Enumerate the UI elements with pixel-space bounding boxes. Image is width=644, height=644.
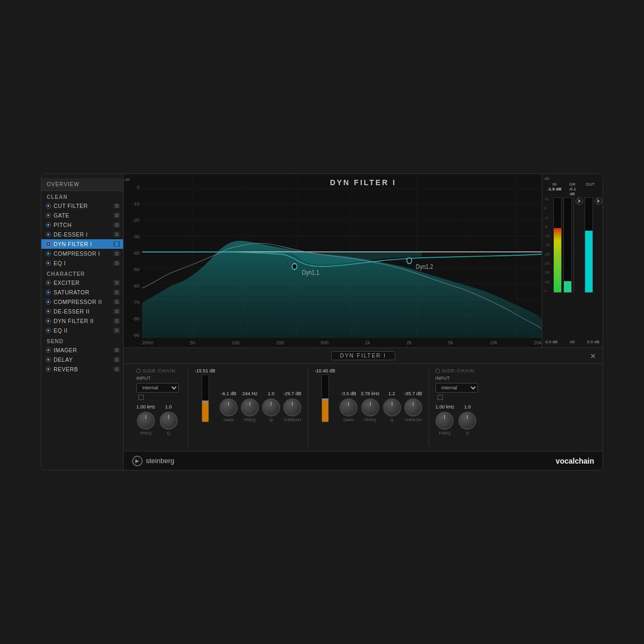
- left-q-group: 1.0 Q: [160, 404, 178, 436]
- sidebar-item-saturator[interactable]: SATURATOR S: [41, 288, 123, 297]
- dyn1-fader-handle: [202, 401, 208, 403]
- reverb-dot: [46, 367, 51, 372]
- pitch-dot: [46, 222, 51, 228]
- meter-bottom-values: 0.0 dB dB 0.0 dB: [542, 338, 603, 345]
- in-value: -1.9 dB: [543, 187, 565, 192]
- right-q-group: 1.0 Q: [458, 404, 476, 436]
- dyn2-freq-group: 3.78 kHz FREQ: [361, 391, 380, 422]
- left-sidechain-label: SIDE-CHAIN: [136, 368, 176, 373]
- imager-dot: [46, 347, 51, 353]
- meter-play-left[interactable]: [576, 197, 583, 205]
- steinberg-name: steinberg: [146, 457, 174, 465]
- right-input-label: INPUT: [436, 376, 450, 381]
- sidebar-item-pitch[interactable]: PITCH S: [41, 220, 123, 230]
- sidebar-item-dyn-filter-i[interactable]: DYN FILTER I S: [41, 239, 123, 249]
- sidebar-item-de-esser-ii[interactable]: DE-ESSER II S: [41, 307, 123, 316]
- sidebar-item-compressor-i[interactable]: COMPRESSOR I S: [41, 249, 123, 258]
- spectrum-area: DYN FILTER I: [124, 174, 603, 347]
- gr-label: GR: [567, 182, 578, 187]
- out-bottom-right: 0.0 dB: [587, 340, 599, 344]
- dyn1-fader-fill: [202, 401, 208, 422]
- svg-text:Dyn1.1: Dyn1.1: [302, 269, 319, 276]
- left-freq-group: 1.00 kHz FREQ: [136, 404, 155, 436]
- de-esser-i-dot: [46, 232, 51, 237]
- right-q-knob[interactable]: [458, 412, 476, 430]
- dyn1-fader-track[interactable]: [202, 375, 209, 422]
- dyn2-fader-handle: [322, 398, 328, 401]
- meter-headers: IN -1.9 dB GR -0.1 dB OUT: [542, 182, 603, 196]
- sidebar-item-de-esser-i[interactable]: DE-ESSER I S: [41, 230, 123, 239]
- sidebar-item-dyn-filter-ii[interactable]: DYN FILTER II S: [41, 316, 123, 326]
- db-top-label: dB: [125, 177, 130, 182]
- db-bottom-label: dB: [570, 340, 575, 344]
- right-input-icon: [438, 395, 443, 400]
- right-knob-row: 1.00 kHz FREQ 1.0 Q: [436, 404, 477, 436]
- right-content: DYN FILTER I: [124, 174, 603, 470]
- out-bottom-left: 0.0 dB: [545, 340, 558, 344]
- close-button[interactable]: ✕: [590, 352, 596, 360]
- in-meter-fill: [554, 228, 561, 292]
- dyn1-q-group: 1.0 Q: [262, 391, 280, 422]
- steinberg-icon: ▶: [132, 456, 143, 466]
- dyn2-knobs: -3.5 dB GAIN 3.78 kHz FREQ: [340, 391, 422, 422]
- dyn2-freq-knob[interactable]: [361, 398, 379, 416]
- meter-play-buttons: [576, 197, 583, 205]
- cut-filter-dot: [46, 203, 51, 208]
- sidebar-item-eq-i[interactable]: EQ I S: [41, 258, 123, 268]
- de-esser-ii-dot: [46, 309, 51, 314]
- dyn-filter-i-dot: [46, 241, 51, 247]
- bottom-panel-title: DYN FILTER I: [331, 351, 395, 360]
- left-freq-knob[interactable]: [137, 412, 155, 430]
- sidebar-item-reverb[interactable]: REVERB S: [41, 364, 123, 374]
- dyn1-q-knob[interactable]: [262, 398, 280, 416]
- dyn2-thresh-knob[interactable]: [404, 398, 422, 416]
- in-label: IN: [543, 182, 565, 187]
- footer: ▶ steinberg vocalchain: [124, 451, 603, 470]
- meter-play-right-btn[interactable]: [595, 197, 602, 205]
- compressor-ii-dot: [46, 299, 51, 304]
- sidebar-item-imager[interactable]: IMAGER S: [41, 345, 123, 355]
- sidebar-item-cut-filter[interactable]: CUT FILTER S: [41, 201, 123, 211]
- dyn2-q-knob[interactable]: [383, 398, 401, 416]
- left-input-select[interactable]: Internal: [136, 383, 179, 393]
- left-sidechain-section: SIDE-CHAIN INPUT Internal 1.00 kHz FREQ: [130, 368, 188, 447]
- meter-scale: +3 0 -3 -6 -10 -16 -20 -24 -30 -40 ∞: [544, 197, 552, 293]
- dyn2-section: -10.40 dB -3.5 dB: [308, 368, 429, 447]
- dyn1-gain-knob[interactable]: [220, 398, 238, 416]
- gr-meter-bar: [563, 197, 572, 293]
- right-sidechain-circle: [436, 369, 440, 373]
- right-sidechain-section: SIDE-CHAIN INPUT Internal 1.00 kHz FREQ: [429, 368, 488, 447]
- sidebar-item-eq-ii[interactable]: EQ II S: [41, 326, 123, 335]
- meter-separator: [573, 197, 574, 293]
- dyn1-thresh-group: -29.7 dB THRESH: [283, 391, 301, 422]
- left-q-knob[interactable]: [160, 412, 178, 430]
- freq-scale: 20Hz 50 100 200 500 1k 2k 5k 10k 20k: [142, 340, 542, 345]
- dyn2-q-group: 1.2 Q: [383, 391, 401, 422]
- dyn1-freq-knob[interactable]: [241, 398, 259, 416]
- dyn2-controls: -10.40 dB -3.5 dB: [315, 368, 422, 422]
- gr-meter-fill: [564, 281, 571, 292]
- bottom-panel-header: DYN FILTER I ✕: [124, 348, 603, 364]
- section-label-character: CHARACTER: [41, 268, 123, 278]
- dyn2-fader-track[interactable]: [321, 375, 329, 422]
- in-meter-bar: [553, 197, 562, 293]
- left-knob-row: 1.00 kHz FREQ 1.0 Q: [136, 404, 178, 436]
- dyn1-thresh-knob[interactable]: [283, 398, 301, 416]
- right-freq-knob[interactable]: [436, 412, 454, 430]
- sidebar-item-compressor-ii[interactable]: COMPRESSOR II S: [41, 297, 123, 307]
- dyn2-gain-knob[interactable]: [340, 398, 358, 416]
- sidebar: OVERVIEW CLEAN CUT FILTER S GATE S PITCH…: [41, 174, 124, 470]
- sidebar-item-gate[interactable]: GATE S: [41, 211, 123, 220]
- left-sidechain-circle: [136, 369, 141, 373]
- right-input-select[interactable]: Internal: [436, 383, 478, 393]
- overview-tab[interactable]: OVERVIEW: [41, 178, 123, 191]
- spectrum-title: DYN FILTER I: [330, 178, 396, 187]
- meter-play-right: [595, 197, 602, 205]
- out-meter-fill: [585, 231, 593, 292]
- svg-point-18: [407, 258, 412, 264]
- dyn1-freq-group: 244 Hz FREQ: [241, 391, 259, 422]
- sidebar-item-exciter[interactable]: EXCITER S: [41, 278, 123, 288]
- spectrum-svg: Dyn1.1 Dyn1.2: [142, 174, 542, 338]
- sidebar-item-delay[interactable]: DELAY S: [41, 355, 123, 364]
- gate-dot: [46, 213, 51, 218]
